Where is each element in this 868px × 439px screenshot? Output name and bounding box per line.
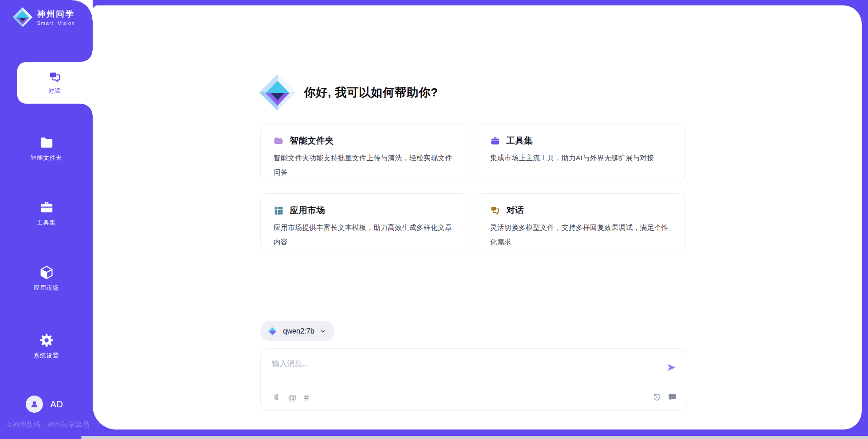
gear-icon [38, 333, 55, 348]
feature-cards: 智能文件夹 智能文件夹功能支持批量文件上传与清洗，轻松实现文件问答 工具集 集成… [260, 124, 685, 252]
send-icon [666, 362, 677, 373]
mention-icon[interactable]: @ [288, 393, 297, 402]
copyright-footer: ©神州数码 · 神州问学出品 [7, 420, 89, 429]
sidebar-item-smart-folder[interactable]: 智能文件夹 [0, 135, 93, 162]
greeting-block: 你好, 我可以如何帮助你? [259, 73, 438, 111]
toolbox-icon [490, 136, 500, 146]
app-grid-icon [274, 205, 284, 216]
user-profile[interactable]: AD [26, 396, 63, 413]
brand-diamond-icon [12, 7, 33, 28]
card-app-market[interactable]: 应用市场 应用市场提供丰富长文本模板，助力高效生成多样化文章内容 [260, 193, 468, 252]
folder-open-icon [274, 136, 284, 146]
folder-icon [38, 135, 55, 150]
brand-logo-block: 神州问学 Smart Vision [12, 7, 75, 28]
sidebar-item-toolbox[interactable]: 工具集 [0, 200, 93, 227]
card-description: 应用市场提供丰富长文本模板，助力高效生成多样化文章内容 [274, 220, 455, 249]
history-icon[interactable] [652, 393, 661, 402]
model-selector[interactable]: qwen2:7b [260, 321, 335, 341]
card-description: 集成市场上主流工具，助力AI与外界无缝扩展与对接 [490, 151, 672, 165]
card-title: 工具集 [506, 135, 533, 147]
card-title: 对话 [506, 205, 524, 216]
message-input[interactable] [272, 356, 656, 372]
card-description: 智能文件夹功能支持批量文件上传与清洗，轻松实现文件问答 [274, 151, 455, 180]
chat-icon [47, 71, 63, 84]
message-composer: @ # [260, 348, 687, 411]
send-button[interactable] [666, 362, 677, 373]
horizontal-scrollbar[interactable] [81, 436, 868, 439]
sidebar-item-chat[interactable]: 对话 [17, 62, 93, 104]
model-name: qwen2:7b [283, 327, 314, 335]
sidebar-item-settings[interactable]: 系统设置 [0, 333, 93, 360]
sidebar-item-label: 应用市场 [34, 284, 59, 292]
attachment-icon[interactable] [272, 393, 281, 402]
card-smart-folder[interactable]: 智能文件夹 智能文件夹功能支持批量文件上传与清洗，轻松实现文件问答 [260, 124, 468, 182]
sidebar-item-label: 对话 [49, 87, 61, 95]
hashtag-icon[interactable]: # [304, 393, 309, 402]
chat-icon [490, 205, 500, 216]
panel-corner-fillet [72, 0, 93, 20]
person-icon [29, 399, 39, 409]
cube-icon [38, 265, 55, 280]
chevron-down-icon [319, 328, 326, 335]
model-diamond-icon [268, 326, 278, 336]
user-name: AD [50, 399, 63, 410]
card-description: 灵活切换多模型文件，支持多样回复效果调试，满足个性化需求 [490, 220, 672, 249]
sidebar-item-label: 工具集 [37, 219, 56, 227]
brand-name: 神州问学 [37, 9, 75, 19]
card-toolbox[interactable]: 工具集 集成市场上主流工具，助力AI与外界无缝扩展与对接 [477, 124, 685, 182]
card-chat[interactable]: 对话 灵活切换多模型文件，支持多样回复效果调试，满足个性化需求 [477, 193, 685, 252]
greeting-diamond-icon [259, 73, 297, 111]
greeting-text: 你好, 我可以如何帮助你? [304, 85, 438, 100]
card-title: 应用市场 [290, 205, 325, 216]
card-title: 智能文件夹 [290, 135, 334, 147]
sidebar-item-app-market[interactable]: 应用市场 [0, 265, 93, 292]
sidebar-item-label: 系统设置 [34, 352, 59, 360]
feedback-chat-icon[interactable] [668, 393, 677, 402]
toolbox-icon [38, 200, 55, 215]
tab-curve-bottom [81, 104, 93, 115]
tab-curve-top [81, 50, 93, 62]
sidebar-item-label: 智能文件夹 [31, 154, 62, 162]
brand-subtitle: Smart Vision [37, 20, 75, 26]
avatar[interactable] [26, 396, 43, 413]
